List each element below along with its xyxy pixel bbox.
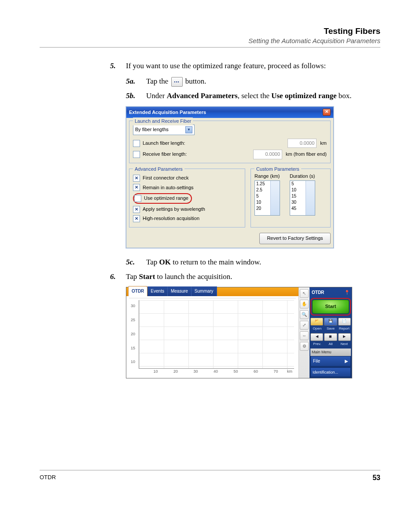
first-connector-checkbox[interactable] [133, 175, 140, 182]
ellipsis-icon-button[interactable]: ••• [171, 77, 183, 87]
measure-tool-icon[interactable]: ↔ [300, 331, 309, 340]
revert-factory-button[interactable]: Revert to Factory Settings [259, 233, 331, 244]
scrollbar[interactable] [306, 181, 315, 215]
identification-menu-item[interactable]: Identification... [310, 367, 351, 377]
launch-length-input[interactable]: 0.0000 [287, 139, 317, 148]
x-tick: 20 [173, 368, 178, 374]
side-panel: OTDR 📍 Start 📂 💾 📄 Open Save Repor [309, 287, 352, 378]
page-number: 53 [372, 474, 380, 482]
optimized-range-highlight: Use optimized range [133, 193, 192, 204]
step-5a-post: button. [185, 77, 206, 85]
step-5a-pre: Tap the [146, 77, 170, 85]
hand-tool-icon[interactable]: ✋ [300, 300, 309, 308]
x-tick: 30 [194, 368, 198, 374]
optimized-range-label: Use optimized range [144, 194, 188, 202]
range-listbox[interactable]: 1.25 2.5 5 10 20 [254, 180, 280, 216]
receive-length-input[interactable]: 0.0000 [253, 150, 282, 159]
file-label: File [313, 358, 320, 365]
dropdown-value: By fiber lengths [135, 126, 169, 134]
otdr-app-screenshot: OTDR Events Measure Summary 30 25 20 15 … [126, 287, 352, 378]
y-tick: 30 [131, 303, 135, 309]
step-5a-number: 5a. [126, 75, 146, 87]
fiber-length-mode-dropdown[interactable]: By fiber lengths ▼ [133, 125, 195, 135]
all-label: All [324, 341, 338, 347]
tab-otdr[interactable]: OTDR [128, 286, 147, 296]
scrollbar[interactable] [270, 181, 280, 215]
zoom-tool-icon[interactable]: 🔍 [300, 310, 309, 319]
page-section-subtitle: Setting the Automatic Acquisition Parame… [40, 37, 380, 44]
x-unit: km [287, 368, 292, 374]
launch-length-label: Launch fiber length: [143, 139, 185, 147]
prev-label: Prev. [310, 341, 324, 347]
launch-length-checkbox[interactable] [133, 140, 140, 147]
start-highlight: Start [310, 298, 351, 316]
step-5a-text: Tap the ••• button. [146, 75, 206, 87]
step-5b-post: box. [336, 92, 351, 100]
custom-group-title: Custom Parameters [254, 165, 301, 173]
side-panel-title: OTDR [312, 289, 324, 296]
chevron-down-icon[interactable]: ▼ [185, 126, 192, 133]
advanced-group-title: Advanced Parameters [133, 165, 184, 173]
step-5b-number: 5b. [126, 90, 146, 102]
high-res-label: High-resolution acquisition [143, 215, 199, 223]
step-5b-bold1: Advanced Parameters [167, 92, 238, 100]
step-5c-pre: Tap [146, 258, 159, 266]
next-label: Next [337, 341, 351, 347]
x-tick: 40 [214, 368, 218, 374]
tool-strip: ↖ ✋ 🔍 ⤢ ↔ ⚙ [298, 287, 309, 378]
step-5b-bold2: Use optimized range [271, 92, 336, 100]
first-connector-label: First connector check [143, 174, 189, 182]
y-tick: 25 [131, 317, 135, 323]
open-button-icon[interactable]: 📂 [310, 318, 323, 326]
y-tick: 10 [131, 359, 135, 365]
report-button-icon[interactable]: 📄 [338, 318, 351, 326]
dialog-title: Extended Acquisition Parameters [129, 109, 206, 117]
tab-summary[interactable]: Summary [192, 286, 217, 296]
receive-length-checkbox[interactable] [133, 151, 140, 158]
open-label: Open [310, 326, 324, 332]
y-tick: 15 [131, 345, 135, 351]
duration-listbox[interactable]: 5 10 15 30 45 [290, 180, 315, 216]
step-5c-post: to return to the main window. [171, 258, 261, 266]
footer-product: OTDR [40, 474, 56, 482]
step-5b-mid: , select the [238, 92, 271, 100]
tab-bar: OTDR Events Measure Summary [126, 287, 298, 296]
step-6-post: to launch the acquisition. [155, 272, 232, 281]
y-tick: 20 [131, 331, 135, 337]
step-6-bold: Start [139, 272, 155, 281]
all-button-icon[interactable]: ◼ [324, 333, 337, 341]
chevron-right-icon: ▶ [345, 358, 348, 365]
launch-group-title: Launch and Receive Fiber [133, 117, 193, 125]
step-5b-text: Under Advanced Parameters, select the Us… [146, 90, 351, 102]
step-5b-pre: Under [146, 92, 167, 100]
step-5-text: If you want to use the optimized range f… [126, 60, 326, 72]
auto-settings-checkbox[interactable] [133, 184, 140, 191]
receive-length-label: Receive fiber length: [143, 150, 187, 158]
launch-length-unit: km [320, 139, 327, 147]
settings-tool-icon[interactable]: ⚙ [300, 342, 309, 351]
save-button-icon[interactable]: 💾 [324, 318, 337, 326]
prev-button-icon[interactable]: ◀ [310, 333, 323, 341]
x-tick: 70 [274, 368, 278, 374]
close-icon[interactable]: ✕ [323, 109, 331, 116]
x-tick: 50 [234, 368, 238, 374]
pointer-tool-icon[interactable]: ↖ [300, 289, 309, 298]
step-6-pre: Tap [126, 272, 139, 281]
duration-header: Duration (s) [290, 172, 321, 180]
start-button[interactable]: Start [312, 300, 349, 314]
high-res-checkbox[interactable] [133, 215, 140, 222]
x-tick: 60 [254, 368, 258, 374]
main-menu-header: Main Menu [310, 349, 351, 356]
file-menu-item[interactable]: File ▶ [310, 356, 351, 367]
otdr-plot-area: 30 25 20 15 10 10 20 30 40 50 60 70 km [129, 298, 296, 376]
step-5c-number: 5c. [126, 256, 146, 268]
pin-icon[interactable]: 📍 [344, 289, 350, 296]
apply-by-wavelength-checkbox[interactable] [133, 206, 140, 213]
save-label: Save [324, 326, 338, 332]
next-button-icon[interactable]: ▶ [338, 333, 351, 341]
fit-tool-icon[interactable]: ⤢ [300, 321, 309, 330]
tab-events[interactable]: Events [147, 286, 168, 296]
tab-measure[interactable]: Measure [168, 286, 192, 296]
optimized-range-checkbox[interactable] [134, 195, 141, 202]
range-header: Range (km) [254, 172, 285, 180]
